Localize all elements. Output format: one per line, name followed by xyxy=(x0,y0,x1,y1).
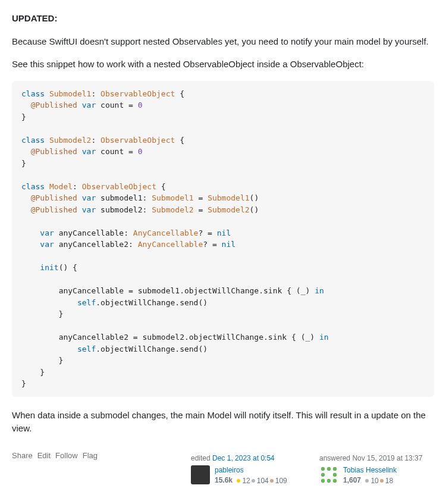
edit-timestamp-link[interactable]: Dec 1, 2023 at 0:54 xyxy=(212,454,275,462)
silver-badge-icon xyxy=(252,479,255,483)
avatar[interactable] xyxy=(319,465,338,484)
post-menu: Share Edit Follow Flag edited Dec 1, 202… xyxy=(12,450,434,490)
editor-action-label: edited xyxy=(191,454,212,462)
gold-badge-count: 12 xyxy=(237,476,250,486)
share-button[interactable]: Share xyxy=(12,450,33,462)
avatar[interactable] xyxy=(191,465,210,484)
silver-badge-count: 104 xyxy=(252,476,269,486)
answer-paragraph-2: See this snippet how to work with a nest… xyxy=(12,58,434,71)
code-block[interactable]: class Submodel1: ObservableObject { @Pub… xyxy=(12,81,434,397)
silver-badge-count: 10 xyxy=(365,476,378,486)
editor-card: edited Dec 1, 2023 at 0:54 pableiros 15.… xyxy=(187,450,306,490)
answer-paragraph-3: When data inside a submodel changes, the… xyxy=(12,409,434,436)
bronze-badge-icon xyxy=(380,479,384,483)
updated-label: UPDATED: xyxy=(12,13,57,23)
bronze-badge-icon xyxy=(270,479,274,483)
flag-button[interactable]: Flag xyxy=(83,450,98,462)
answer-timestamp: Nov 15, 2019 at 13:37 xyxy=(352,454,422,462)
answer-paragraph-1: Because SwiftUI doesn't support nested O… xyxy=(12,35,434,49)
author-card: answered Nov 15, 2019 at 13:37 Tobias He… xyxy=(315,450,434,490)
editor-name-link[interactable]: pableiros xyxy=(215,466,244,474)
user-cards: edited Dec 1, 2023 at 0:54 pableiros 15.… xyxy=(187,450,434,490)
edit-button[interactable]: Edit xyxy=(37,450,51,462)
author-reputation: 1,607 xyxy=(343,476,361,484)
answer-body: UPDATED: Because SwiftUI doesn't support… xyxy=(12,12,434,436)
follow-button[interactable]: Follow xyxy=(55,450,78,462)
author-action-label: answered xyxy=(319,454,352,462)
silver-badge-icon xyxy=(365,479,369,483)
editor-reputation: 15.6k xyxy=(215,476,233,484)
author-name-link[interactable]: Tobias Hesselink xyxy=(343,466,397,474)
bronze-badge-count: 18 xyxy=(380,476,393,486)
post-actions: Share Edit Follow Flag xyxy=(12,450,98,462)
gold-badge-icon xyxy=(237,479,240,483)
bronze-badge-count: 109 xyxy=(270,476,287,486)
